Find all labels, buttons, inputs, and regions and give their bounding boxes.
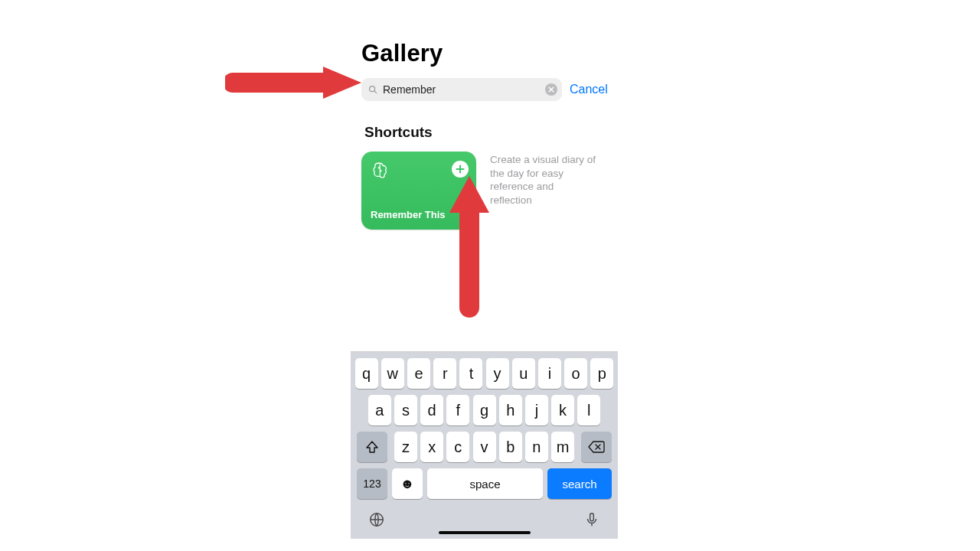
result-row: Remember This Create a visual diary of t… [361, 152, 622, 230]
keyboard-row-2: asdfghjkl [354, 395, 614, 425]
add-shortcut-button[interactable] [452, 161, 469, 178]
backspace-key[interactable] [581, 432, 612, 462]
key-h[interactable]: h [499, 395, 522, 425]
brain-icon [371, 161, 390, 184]
cancel-button[interactable]: Cancel [570, 83, 608, 96]
key-v[interactable]: v [473, 432, 496, 462]
annotation-arrow-up-icon [448, 176, 491, 318]
clear-search-button[interactable] [545, 83, 557, 96]
shortcut-card-title: Remember This [371, 209, 446, 220]
key-z[interactable]: z [394, 432, 417, 462]
search-icon [368, 84, 378, 95]
key-b[interactable]: b [499, 432, 522, 462]
key-r[interactable]: r [433, 358, 456, 389]
key-q[interactable]: q [355, 358, 378, 389]
content-column: Gallery Cancel Shortcuts [361, 40, 622, 230]
shift-key[interactable] [357, 432, 387, 462]
key-l[interactable]: l [577, 395, 600, 425]
screenshot-stage: Gallery Cancel Shortcuts [0, 0, 980, 551]
search-key[interactable]: search [547, 468, 612, 499]
globe-icon[interactable] [368, 511, 385, 531]
key-j[interactable]: j [525, 395, 548, 425]
key-u[interactable]: u [512, 358, 535, 389]
page-title: Gallery [361, 40, 622, 67]
svg-marker-7 [323, 67, 361, 99]
key-y[interactable]: y [486, 358, 509, 389]
search-input[interactable] [383, 78, 545, 101]
numbers-key[interactable]: 123 [357, 468, 387, 499]
key-e[interactable]: e [407, 358, 430, 389]
key-p[interactable]: p [590, 358, 613, 389]
home-indicator [439, 531, 531, 534]
keyboard-footer [354, 505, 614, 534]
key-t[interactable]: t [459, 358, 482, 389]
key-f[interactable]: f [446, 395, 469, 425]
space-key[interactable]: space [427, 468, 543, 499]
section-heading: Shortcuts [364, 124, 622, 141]
dictation-mic-icon[interactable] [583, 511, 600, 531]
search-field-container[interactable] [361, 78, 562, 101]
svg-rect-13 [590, 514, 594, 521]
key-g[interactable]: g [473, 395, 496, 425]
search-row: Cancel [361, 78, 622, 101]
keyboard-row-bottom: 123 ☻ space search [354, 468, 614, 499]
key-o[interactable]: o [564, 358, 587, 389]
annotation-arrow-right-icon [225, 64, 363, 102]
key-w[interactable]: w [381, 358, 404, 389]
key-x[interactable]: x [420, 432, 443, 462]
shortcut-description: Create a visual diary of the day for eas… [490, 152, 597, 207]
key-d[interactable]: d [420, 395, 443, 425]
key-i[interactable]: i [538, 358, 561, 389]
keyboard-row-3-letters: zxcvbnm [394, 432, 574, 462]
key-n[interactable]: n [525, 432, 548, 462]
key-s[interactable]: s [394, 395, 417, 425]
key-a[interactable]: a [368, 395, 391, 425]
keyboard-row-3: zxcvbnm [354, 432, 614, 462]
keyboard-row-1: qwertyuiop [354, 358, 614, 389]
ios-keyboard: qwertyuiop asdfghjkl zxcvbnm 123 ☻ space… [351, 351, 618, 539]
key-c[interactable]: c [446, 432, 469, 462]
key-k[interactable]: k [551, 395, 574, 425]
emoji-key[interactable]: ☻ [392, 468, 423, 499]
key-m[interactable]: m [551, 432, 574, 462]
svg-line-1 [374, 91, 377, 93]
